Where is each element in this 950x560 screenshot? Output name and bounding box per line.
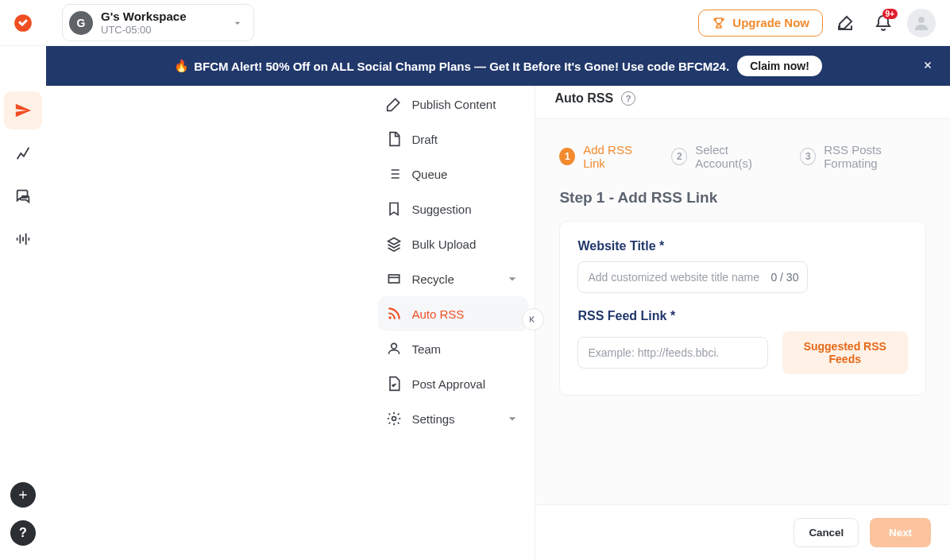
claim-label: Claim now! [750, 60, 809, 72]
file-icon [386, 131, 402, 147]
sidenav-label: Team [411, 342, 441, 356]
sidenav-label: Bulk Upload [411, 238, 476, 251]
banner-close-button[interactable] [923, 60, 933, 72]
sidenav-label: Settings [411, 412, 454, 426]
rss-link-input-wrap [577, 337, 767, 369]
sidenav-publish-content[interactable]: Publish Content [378, 87, 528, 122]
step-label: RSS Posts Formating [824, 143, 926, 170]
close-icon [923, 60, 933, 70]
promo-banner: 🔥 BFCM Alert! 50% Off on ALL Social Cham… [46, 46, 950, 86]
user-avatar[interactable] [907, 9, 936, 37]
bookmark-icon [386, 201, 402, 217]
chevron-down-icon [504, 271, 520, 287]
rss-link-input[interactable] [577, 337, 767, 369]
page-column [0, 79, 372, 560]
user-icon [912, 14, 931, 33]
svg-point-4 [392, 343, 397, 349]
sidenav-team[interactable]: Team [378, 331, 528, 366]
website-title-counter: 0 / 30 [770, 271, 798, 284]
fire-emoji: 🔥 [174, 59, 189, 73]
sidenav-settings[interactable]: Settings [378, 401, 528, 436]
website-title-input-wrap: 0 / 30 [577, 261, 808, 293]
sidenav-recycle[interactable]: Recycle [378, 261, 528, 296]
chevron-down-icon [231, 17, 244, 29]
step-3[interactable]: 3 RSS Posts Formating [800, 143, 926, 170]
sidenav-queue[interactable]: Queue [378, 156, 528, 191]
rss-link-row: Suggested RSS Feeds [577, 331, 908, 374]
content-area: Auto RSS ? 1 Add RSS Link 2 Select Accou… [535, 79, 950, 560]
content-body: 1 Add RSS Link 2 Select Account(s) 3 RSS… [535, 119, 950, 504]
notifications-badge: 9+ [882, 9, 898, 19]
rss-icon [386, 306, 402, 322]
rss-link-label: RSS Feed Link * [577, 309, 908, 323]
help-button[interactable]: ? [621, 91, 635, 106]
sidenav-label: Recycle [411, 272, 454, 286]
compose-button[interactable] [829, 7, 861, 39]
next-button[interactable]: Next [870, 518, 931, 547]
sidenav-label: Post Approval [411, 377, 485, 391]
sidenav-label: Auto RSS [411, 307, 464, 321]
step-number: 2 [671, 148, 687, 165]
workspace-text: G's Workspace UTC-05:00 [101, 10, 223, 37]
sidenav-label: Queue [411, 168, 447, 181]
workspace-avatar: G [69, 11, 93, 35]
content-footer: Cancel Next [535, 504, 950, 560]
recycle-icon [386, 271, 402, 287]
step-2[interactable]: 2 Select Account(s) [671, 143, 778, 170]
sidenav-post-approval[interactable]: Post Approval [378, 366, 528, 401]
next-label: Next [889, 527, 912, 539]
cancel-label: Cancel [809, 527, 844, 539]
website-title-row: 0 / 30 [577, 261, 908, 293]
user-icon [386, 341, 402, 357]
claim-button[interactable]: Claim now! [737, 56, 822, 76]
suggested-feeds-label: Suggested RSS Feeds [804, 340, 886, 365]
sidenav-bulk-upload[interactable]: Bulk Upload [378, 226, 528, 261]
cancel-button[interactable]: Cancel [794, 518, 859, 547]
svg-point-5 [392, 417, 396, 421]
upgrade-label: Upgrade Now [732, 16, 809, 29]
publish-sidenav: Publish Content Draft Queue Suggestion B… [372, 79, 535, 560]
sidenav-auto-rss[interactable]: Auto RSS [378, 296, 528, 331]
step-number: 3 [800, 148, 816, 165]
page-title: Auto RSS [554, 91, 613, 106]
step-label: Add RSS Link [583, 143, 649, 170]
list-icon [386, 166, 402, 182]
trophy-icon [712, 16, 726, 30]
topbar: G G's Workspace UTC-05:00 Upgrade Now 9+ [0, 0, 950, 46]
collapse-left-icon [527, 314, 539, 325]
compose-icon [836, 14, 855, 33]
sidenav-label: Draft [411, 133, 438, 146]
chevron-down-icon [504, 411, 520, 427]
notifications-button[interactable]: 9+ [867, 7, 899, 39]
step-number: 1 [559, 148, 575, 165]
website-title-label: Website Title * [577, 239, 908, 253]
step-label: Select Account(s) [695, 143, 778, 170]
main-layout: ? Publish Content Draft Queue Suggestion… [0, 79, 950, 560]
svg-point-3 [389, 316, 392, 319]
pencil-icon [386, 96, 402, 112]
sidenav-label: Publish Content [411, 98, 496, 111]
app-logo[interactable] [0, 0, 46, 46]
svg-point-0 [918, 17, 925, 23]
stepper: 1 Add RSS Link 2 Select Account(s) 3 RSS… [559, 143, 926, 170]
sidenav-label: Suggestion [411, 203, 471, 216]
upgrade-button[interactable]: Upgrade Now [698, 10, 823, 37]
step-heading: Step 1 - Add RSS Link [559, 189, 926, 207]
banner-text: BFCM Alert! 50% Off on ALL Social Champ … [194, 60, 729, 73]
workspace-selector[interactable]: G G's Workspace UTC-05:00 [62, 4, 254, 42]
sidenav-collapse-button[interactable] [522, 308, 544, 330]
stack-icon [386, 236, 402, 252]
gear-icon [386, 411, 402, 427]
champ-logo-icon [13, 13, 33, 33]
suggested-feeds-button[interactable]: Suggested RSS Feeds [782, 331, 909, 374]
step-1[interactable]: 1 Add RSS Link [559, 143, 649, 170]
workspace-name: G's Workspace [101, 10, 223, 24]
sidenav-suggestion[interactable]: Suggestion [378, 191, 528, 226]
approve-icon [386, 376, 402, 392]
rss-form-card: Website Title * 0 / 30 RSS Feed Link * S… [559, 221, 926, 396]
workspace-timezone: UTC-05:00 [101, 24, 223, 37]
sidenav-draft[interactable]: Draft [378, 122, 528, 156]
svg-rect-2 [389, 275, 400, 283]
